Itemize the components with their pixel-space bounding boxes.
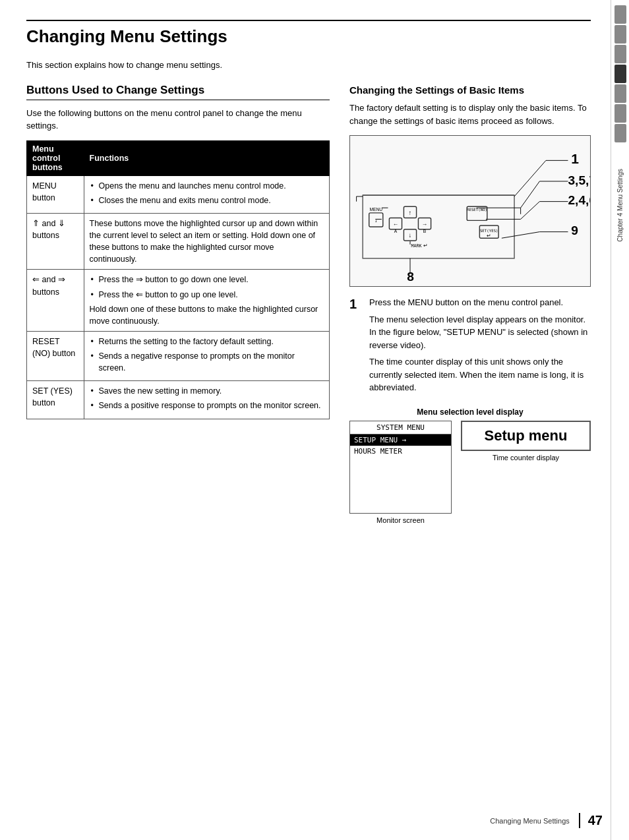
- menu-selection-label: Menu selection level display: [349, 407, 591, 417]
- svg-text:2,4,6: 2,4,6: [568, 194, 590, 208]
- right-section-intro: The factory default setting is to displa…: [349, 102, 591, 127]
- table-row: ⇐ and ⇒ buttons Press the ⇒ button to go…: [27, 270, 330, 332]
- function-cell: Press the ⇒ button to go down one level.…: [84, 270, 329, 332]
- sidebar-tab-1[interactable]: [614, 5, 626, 24]
- sidebar-tab-5[interactable]: [614, 84, 626, 103]
- sidebar-strip: Chapter 4 Menu Settings: [611, 0, 629, 840]
- sidebar-tab-4[interactable]: [614, 65, 626, 83]
- step-text-content: Press the MENU button on the menu contro…: [369, 296, 591, 398]
- setup-menu-display: Setup menu: [461, 421, 591, 451]
- step-body2: The time counter display of this unit sh…: [369, 355, 591, 394]
- settings-table: Menu control buttons Functions MENU butt…: [26, 140, 330, 419]
- button-cell: SET (YES) button: [27, 381, 84, 419]
- sidebar-chapter-label: Chapter 4 Menu Settings: [616, 169, 624, 242]
- monitor-screen-container: SYSTEM MENU SETUP MENU → HOURS METER Mon…: [349, 421, 452, 524]
- left-column: Buttons Used to Change Settings Use the …: [26, 84, 330, 524]
- sidebar-tab-7[interactable]: [614, 124, 626, 142]
- svg-text:SET(YES): SET(YES): [480, 229, 498, 233]
- svg-text:↵: ↵: [487, 233, 491, 239]
- step-instruction-text: Press the MENU button on the menu contro…: [369, 296, 591, 309]
- monitor-row-selected: SETUP MENU →: [350, 435, 451, 446]
- intro-text: This section explains how to change menu…: [26, 59, 591, 72]
- left-section-intro: Use the following buttons on the menu co…: [26, 107, 330, 133]
- function-cell: These buttons move the highlighted curso…: [84, 213, 329, 270]
- sidebar-tab-3[interactable]: [614, 45, 626, 63]
- table-row: SET (YES) button Saves the new setting i…: [27, 381, 330, 419]
- function-cell: Opens the menu and launches menu control…: [84, 175, 329, 213]
- time-counter-label: Time counter display: [461, 454, 591, 462]
- svg-text:→: →: [422, 221, 428, 227]
- table-row: MENU button Opens the menu and launches …: [27, 175, 330, 213]
- step-1-instruction: 1 Press the MENU button on the menu cont…: [349, 296, 591, 398]
- svg-text:RESET(NO): RESET(NO): [467, 208, 487, 212]
- step-body1: The menu selection level display appears…: [369, 313, 591, 352]
- page-footer: Changing Menu Settings 47: [490, 813, 603, 828]
- time-counter-box: Setup menu Time counter display: [461, 421, 591, 462]
- svg-text:←: ←: [393, 221, 399, 227]
- button-cell: MENU button: [27, 175, 84, 213]
- svg-text:↓: ↓: [374, 218, 377, 224]
- svg-rect-0: [363, 195, 514, 258]
- col1-header: Menu control buttons: [27, 140, 84, 175]
- col2-header: Functions: [84, 140, 329, 175]
- function-cell: Saves the new setting in memory. Sends a…: [84, 381, 329, 419]
- function-cell: Returns the setting to the factory defau…: [84, 331, 329, 380]
- button-cell: ⇑ and ⇓ buttons: [27, 213, 84, 270]
- svg-line-30: [514, 161, 546, 197]
- step-number: 1: [349, 296, 363, 398]
- table-row: RESET (NO) button Returns the setting to…: [27, 331, 330, 380]
- svg-text:8: 8: [407, 270, 414, 284]
- left-section-title: Buttons Used to Change Settings: [26, 84, 330, 100]
- sidebar-tab-6[interactable]: [614, 104, 626, 123]
- menu-display-row: SYSTEM MENU SETUP MENU → HOURS METER Mon…: [349, 421, 591, 524]
- monitor-screen-box: SYSTEM MENU SETUP MENU → HOURS METER: [349, 421, 452, 514]
- monitor-row-empty5: [350, 502, 451, 513]
- svg-text:B: B: [423, 229, 427, 233]
- table-row: ⇑ and ⇓ buttons These buttons move the h…: [27, 213, 330, 270]
- monitor-row-empty3: [350, 479, 451, 491]
- svg-text:9: 9: [571, 224, 578, 238]
- svg-text:3,5,7: 3,5,7: [568, 173, 590, 187]
- monitor-title: SYSTEM MENU: [350, 421, 451, 435]
- panel-diagram: ↓ MENU ↑ ← A → B: [349, 135, 591, 287]
- sidebar-tabs: [614, 5, 626, 142]
- title-divider: [26, 20, 591, 21]
- monitor-row-empty: [350, 457, 451, 468]
- svg-text:MARK: MARK: [411, 243, 422, 249]
- svg-text:MENU: MENU: [369, 207, 382, 212]
- svg-text:1: 1: [571, 151, 579, 166]
- svg-text:↑: ↑: [409, 209, 412, 216]
- monitor-row-empty2: [350, 468, 451, 479]
- monitor-row: HOURS METER: [350, 446, 451, 457]
- monitor-screen-label: Monitor screen: [349, 516, 452, 524]
- button-cell: RESET (NO) button: [27, 331, 84, 380]
- panel-svg: ↓ MENU ↑ ← A → B: [350, 136, 590, 286]
- right-column: Changing the Settings of Basic Items The…: [349, 84, 591, 524]
- monitor-row-empty4: [350, 491, 451, 502]
- right-section-title: Changing the Settings of Basic Items: [349, 84, 591, 97]
- sidebar-tab-2[interactable]: [614, 25, 626, 44]
- footer-page-number: 47: [579, 813, 603, 828]
- menu-selection-section: Menu selection level display SYSTEM MENU…: [349, 407, 591, 524]
- svg-line-36: [502, 232, 539, 239]
- page-title: Changing Menu Settings: [26, 26, 591, 47]
- svg-text:A: A: [394, 229, 398, 233]
- svg-text:↵: ↵: [423, 243, 428, 249]
- svg-text:↓: ↓: [409, 231, 412, 239]
- footer-chapter-text: Changing Menu Settings: [490, 817, 569, 825]
- button-cell: ⇐ and ⇒ buttons: [27, 270, 84, 332]
